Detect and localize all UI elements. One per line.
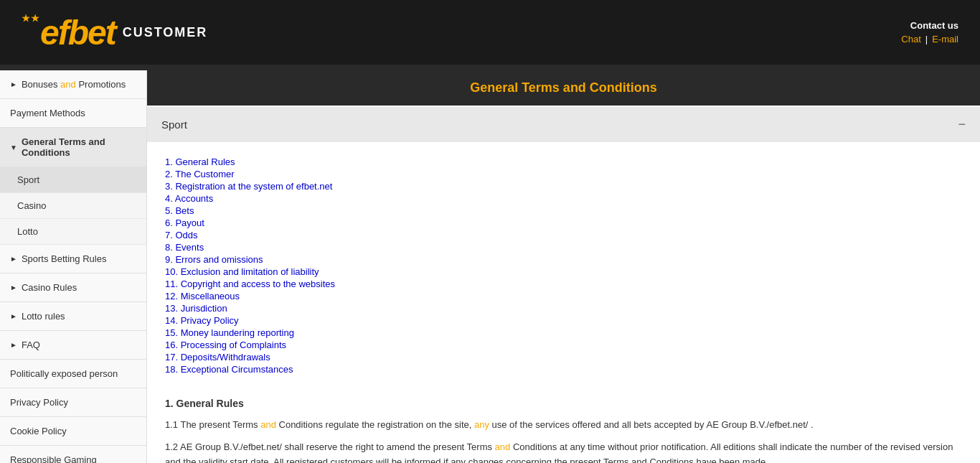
sidebar-link-politically[interactable]: Politically exposed person	[0, 360, 146, 388]
toc-link-11[interactable]: 11. Copyright and access to the websites	[165, 279, 335, 289]
logo-stars: ★★	[22, 13, 40, 24]
toc-item-2[interactable]: 2. The Customer	[165, 169, 962, 179]
sidebar-label-casino: Casino	[17, 200, 46, 211]
toc-item-5[interactable]: 5. Bets	[165, 205, 962, 216]
toc-link-7[interactable]: 7. Odds	[165, 230, 198, 240]
toc-link-8[interactable]: 8. Events	[165, 242, 204, 253]
toc-link-12[interactable]: 12. Miscellaneous	[165, 291, 240, 301]
sidebar-item-lotto-rules[interactable]: ► Lotto rules	[0, 302, 146, 331]
toc-link-4[interactable]: 4. Accounts	[165, 193, 213, 204]
sidebar-link-casino-rules[interactable]: ► Casino Rules	[0, 273, 146, 301]
toc-link-15[interactable]: 15. Money laundering reporting	[165, 327, 294, 338]
sidebar-item-politically[interactable]: Politically exposed person	[0, 360, 146, 388]
toc-item-6[interactable]: 6. Payout	[165, 218, 962, 228]
sidebar-link-lotto-rules[interactable]: ► Lotto rules	[0, 302, 146, 330]
sidebar-link-responsible[interactable]: Responsible Gaming	[0, 446, 146, 463]
toc-link-16[interactable]: 16. Processing of Complaints	[165, 340, 286, 350]
content-body: 1. General Rules 1.1 The present Terms a…	[147, 390, 980, 463]
sidebar-label-lotto-rules: Lotto rules	[22, 311, 65, 322]
sidebar-item-faq[interactable]: ► FAQ	[0, 331, 146, 360]
para-1-2-text: 1.2 AE Group B.V./efbet.net/ shall reser…	[165, 441, 953, 463]
sidebar-item-sports-betting[interactable]: ► Sports Betting Rules	[0, 245, 146, 273]
toc-link-5[interactable]: 5. Bets	[165, 205, 194, 216]
sidebar-label-cookie: Cookie Policy	[10, 426, 67, 436]
section-header-sport[interactable]: Sport −	[147, 107, 980, 142]
sidebar-label-politically: Politically exposed person	[10, 368, 118, 379]
toc-link-13[interactable]: 13. Jurisdiction	[165, 303, 227, 314]
toc-link-14[interactable]: 14. Privacy Policy	[165, 315, 239, 326]
sidebar-arrow-general: ▼	[10, 144, 17, 151]
and-highlight: and	[60, 79, 76, 90]
section-1-heading: 1. General Rules	[165, 398, 962, 409]
toc-item-4[interactable]: 4. Accounts	[165, 193, 962, 204]
sidebar-label-sport: Sport	[17, 174, 39, 185]
sidebar-label-privacy: Privacy Policy	[10, 397, 68, 408]
sidebar-link-bonuses[interactable]: ► Bonuses and Promotions	[0, 70, 146, 98]
toc-item-17[interactable]: 17. Deposits/Withdrawals	[165, 352, 962, 363]
sidebar-subitem-casino[interactable]: Casino	[0, 193, 146, 219]
toc-item-13[interactable]: 13. Jurisdiction	[165, 303, 962, 314]
toc-item-11[interactable]: 11. Copyright and access to the websites	[165, 279, 962, 289]
sidebar-link-sport[interactable]: Sport	[0, 167, 146, 192]
sidebar: ► Bonuses and Promotions Payment Methods…	[0, 70, 147, 463]
toc-item-16[interactable]: 16. Processing of Complaints	[165, 340, 962, 350]
contact-separator: |	[925, 34, 928, 45]
contact-links: Chat | E-mail	[901, 34, 958, 45]
sidebar-item-payment[interactable]: Payment Methods	[0, 99, 146, 128]
sidebar-item-responsible[interactable]: Responsible Gaming	[0, 446, 146, 463]
sidebar-link-lotto[interactable]: Lotto	[0, 219, 146, 244]
main-layout: ► Bonuses and Promotions Payment Methods…	[0, 70, 980, 463]
sidebar-arrow-bonuses: ►	[10, 80, 17, 88]
toc-item-7[interactable]: 7. Odds	[165, 230, 962, 240]
toc-item-10[interactable]: 10. Exclusion and limitation of liabilit…	[165, 266, 962, 277]
header: ★★efbet CUSTOMER Contact us Chat | E-mai…	[0, 0, 980, 65]
paragraph-1-2: 1.2 AE Group B.V./efbet.net/ shall reser…	[165, 440, 962, 463]
sidebar-link-faq[interactable]: ► FAQ	[0, 331, 146, 359]
sidebar-link-casino[interactable]: Casino	[0, 193, 146, 218]
content-area: General Terms and Conditions Sport − 1. …	[147, 70, 980, 463]
sidebar-item-bonuses[interactable]: ► Bonuses and Promotions	[0, 70, 146, 99]
sidebar-label-faq: FAQ	[22, 340, 40, 350]
toc-link-6[interactable]: 6. Payout	[165, 218, 204, 228]
sidebar-label-general: General Terms andConditions	[22, 136, 105, 158]
toc-item-1[interactable]: 1. General Rules	[165, 156, 962, 167]
email-link[interactable]: E-mail	[932, 34, 958, 45]
sidebar-item-privacy[interactable]: Privacy Policy	[0, 388, 146, 417]
toc-link-17[interactable]: 17. Deposits/Withdrawals	[165, 352, 270, 363]
toc-item-8[interactable]: 8. Events	[165, 242, 962, 253]
toc-list: 1. General Rules 2. The Customer 3. Regi…	[165, 156, 962, 375]
content-header: General Terms and Conditions	[147, 70, 980, 106]
sidebar-label-casino-rules: Casino Rules	[22, 282, 77, 293]
sidebar-arrow-sports-betting: ►	[10, 255, 17, 263]
toc-item-15[interactable]: 15. Money laundering reporting	[165, 327, 962, 338]
toc-link-3[interactable]: 3. Registration at the system of efbet.n…	[165, 181, 332, 192]
sidebar-item-cookie[interactable]: Cookie Policy	[0, 417, 146, 446]
toc-link-10[interactable]: 10. Exclusion and limitation of liabilit…	[165, 266, 319, 277]
logo: ★★efbet	[22, 13, 116, 52]
toc-link-2[interactable]: 2. The Customer	[165, 169, 235, 179]
paragraph-1-1: 1.1 The present Terms and Conditions reg…	[165, 418, 962, 433]
toc-item-14[interactable]: 14. Privacy Policy	[165, 315, 962, 326]
toc-link-1[interactable]: 1. General Rules	[165, 156, 235, 167]
para-1-1-text: 1.1 The present Terms and Conditions reg…	[165, 419, 814, 430]
sidebar-link-general[interactable]: ▼ General Terms andConditions	[0, 128, 146, 167]
toc-item-12[interactable]: 12. Miscellaneous	[165, 291, 962, 301]
sidebar-item-general[interactable]: ▼ General Terms andConditions	[0, 128, 146, 167]
sidebar-arrow-faq: ►	[10, 341, 17, 349]
sidebar-link-sports-betting[interactable]: ► Sports Betting Rules	[0, 245, 146, 273]
sidebar-link-cookie[interactable]: Cookie Policy	[0, 417, 146, 445]
toc-item-3[interactable]: 3. Registration at the system of efbet.n…	[165, 181, 962, 192]
sidebar-link-privacy[interactable]: Privacy Policy	[0, 388, 146, 416]
toc-item-9[interactable]: 9. Errors and omissions	[165, 254, 962, 265]
logo-area: ★★efbet CUSTOMER	[22, 13, 207, 52]
sidebar-subitem-sport[interactable]: Sport	[0, 167, 146, 193]
toc-link-18[interactable]: 18. Exceptional Circumstances	[165, 364, 293, 375]
sidebar-arrow-casino-rules: ►	[10, 284, 17, 291]
sidebar-subitem-lotto[interactable]: Lotto	[0, 219, 146, 245]
toc-item-18[interactable]: 18. Exceptional Circumstances	[165, 364, 962, 375]
collapse-button[interactable]: −	[958, 117, 966, 132]
sidebar-link-payment[interactable]: Payment Methods	[0, 99, 146, 127]
toc-link-9[interactable]: 9. Errors and omissions	[165, 254, 263, 265]
chat-link[interactable]: Chat	[901, 34, 920, 45]
sidebar-item-casino-rules[interactable]: ► Casino Rules	[0, 273, 146, 302]
